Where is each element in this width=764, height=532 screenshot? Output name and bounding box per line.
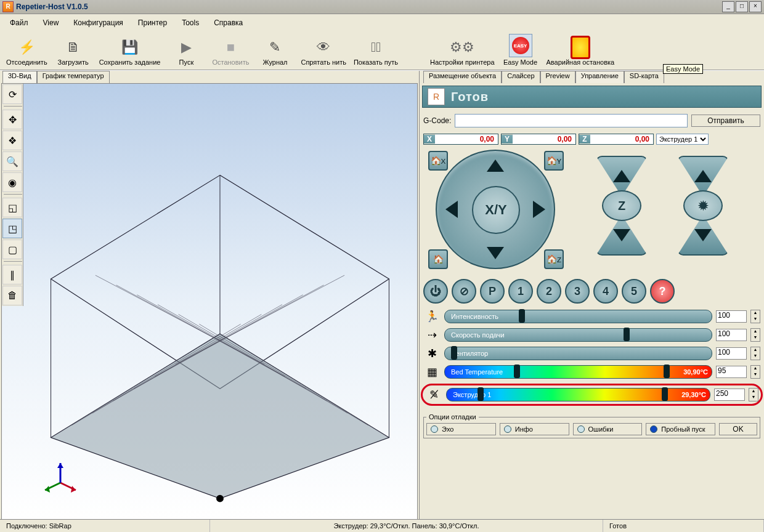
extruder-temp-value[interactable]: 250 xyxy=(714,389,745,401)
home-y-button[interactable]: 🏠Y xyxy=(544,151,564,171)
status-ready: Готов xyxy=(603,520,764,532)
hide-filament-button[interactable]: 👁Спрятать нить xyxy=(297,36,349,67)
jog-x-minus[interactable] xyxy=(445,201,458,218)
svg-point-19 xyxy=(216,495,224,502)
menu-tools[interactable]: Tools xyxy=(176,17,205,28)
macro-5-button[interactable]: 5 xyxy=(622,279,646,304)
send-button[interactable]: Отправить xyxy=(691,115,760,127)
show-path-button[interactable]: 👁̸Показать путь xyxy=(350,36,402,67)
jog-y-minus[interactable] xyxy=(487,247,504,259)
coord-x: X0,00 xyxy=(423,134,498,145)
menu-view[interactable]: View xyxy=(37,17,65,28)
view-delete-button[interactable]: 🗑 xyxy=(2,286,22,305)
save-job-button[interactable]: 💾Сохранить задание xyxy=(96,36,165,67)
minimize-button[interactable]: _ xyxy=(722,1,734,12)
status-connection: Подключено: SibRap xyxy=(0,520,210,532)
macro-4-button[interactable]: 4 xyxy=(593,279,618,304)
view-refresh-button[interactable]: ⟳ xyxy=(2,84,22,104)
menu-help[interactable]: Справка xyxy=(208,17,249,28)
bed-temp-slider[interactable]: Bed Temperature30,90°C xyxy=(444,365,712,379)
save-icon: 💾 xyxy=(120,38,140,57)
status-text: Готов xyxy=(451,90,489,104)
debug-info[interactable]: Инфо xyxy=(500,423,569,435)
speed-value[interactable]: 100 xyxy=(716,310,747,323)
stop-button[interactable]: ■Остановить xyxy=(208,36,253,67)
view-parallel-button[interactable]: ∥ xyxy=(2,265,22,284)
xy-jog-dial: X/Y xyxy=(436,150,555,269)
svg-marker-1 xyxy=(51,334,389,498)
gcode-input[interactable] xyxy=(455,114,688,127)
easy-mode-tooltip: Easy Mode xyxy=(663,64,703,74)
emergency-stop-button[interactable]: Аварийная остановка xyxy=(543,36,619,67)
tab-3d-view[interactable]: 3D-Вид xyxy=(2,71,37,83)
view-top-button[interactable]: ◱ xyxy=(2,198,22,217)
feedrate-spinner[interactable]: ▲▼ xyxy=(750,328,760,342)
statusbar: Подключено: SibRap Экструдер: 29,3°C/Отк… xyxy=(0,519,764,532)
tab-temp-graph[interactable]: График температур xyxy=(37,71,110,83)
3d-viewport[interactable]: ⟳ ✥ ❖ 🔍 ◉ ◱ ◳ ▢ ∥ 🗑 xyxy=(1,83,418,520)
jog-x-plus[interactable] xyxy=(533,201,545,218)
view-move-button[interactable]: ✥ xyxy=(2,110,22,129)
status-temps: Экструдер: 29,3°C/Откл. Панель: 30,9°C/О… xyxy=(210,520,603,532)
speed-slider[interactable]: Интенсивность xyxy=(444,310,712,323)
disconnect-button[interactable]: ⚡Отсоединить xyxy=(2,36,51,67)
bed-temp-value[interactable]: 95 xyxy=(716,366,747,378)
view-rotate-button[interactable]: ◉ xyxy=(2,172,22,192)
pencil-icon: ✎ xyxy=(265,38,285,57)
fan-value[interactable]: 100 xyxy=(716,347,747,360)
view-zoom-button[interactable]: 🔍 xyxy=(2,151,22,171)
gcode-label: G-Code: xyxy=(423,116,451,125)
extruder-icon: ✎̸ xyxy=(425,388,442,401)
macro-3-button[interactable]: 3 xyxy=(565,279,590,304)
bed-temp-spinner[interactable]: ▲▼ xyxy=(750,365,760,379)
extruder-select[interactable]: Экструдер 1 xyxy=(656,134,709,145)
macro-2-button[interactable]: 2 xyxy=(537,279,561,304)
tab-sdcard[interactable]: SD-карта xyxy=(624,71,664,83)
feedrate-icon: ⇢ xyxy=(423,328,441,342)
home-all-button[interactable]: 🏠 xyxy=(428,249,448,269)
load-button[interactable]: 🗎Загрузить xyxy=(51,36,96,67)
easy-mode-button[interactable]: EASYEasy Mode xyxy=(498,33,543,67)
jog-y-plus[interactable] xyxy=(487,159,504,172)
extruder-temp-spinner[interactable]: ▲▼ xyxy=(749,388,758,401)
close-button[interactable]: × xyxy=(749,1,762,12)
log-button[interactable]: ✎Журнал xyxy=(253,36,297,67)
home-x-button[interactable]: 🏠X xyxy=(428,151,448,171)
menu-printer[interactable]: Принтер xyxy=(132,17,173,28)
debug-errors[interactable]: Ошибки xyxy=(573,423,643,435)
motors-off-button[interactable]: ⊘ xyxy=(452,279,476,304)
tab-preview[interactable]: Preview xyxy=(540,71,575,83)
svg-marker-25 xyxy=(57,463,63,468)
view-front-button[interactable]: ▢ xyxy=(2,240,22,259)
macro-1-button[interactable]: 1 xyxy=(508,279,533,304)
fan-slider[interactable]: Вентилятор xyxy=(444,347,712,360)
view-iso-button[interactable]: ◳ xyxy=(2,219,22,238)
speed-spinner[interactable]: ▲▼ xyxy=(750,310,760,323)
gears-icon: ⚙⚙ xyxy=(452,38,472,57)
debug-dryrun[interactable]: Пробный пуск xyxy=(646,423,715,435)
stop-icon: ■ xyxy=(221,38,240,57)
tab-object-placement[interactable]: Размещение объекта xyxy=(423,71,502,83)
feedrate-slider[interactable]: Скорость подачи xyxy=(444,328,712,342)
fan-spinner[interactable]: ▲▼ xyxy=(750,347,760,360)
status-icon: R xyxy=(428,88,445,105)
view-move-camera-button[interactable]: ❖ xyxy=(2,131,22,150)
menu-config[interactable]: Конфигурация xyxy=(67,17,129,28)
printer-settings-button[interactable]: ⚙⚙Настройки принтера xyxy=(426,36,498,67)
extruder-temp-slider[interactable]: Экструдер 129,30°C xyxy=(446,388,710,401)
help-button[interactable]: ? xyxy=(650,279,675,304)
menu-file[interactable]: Файл xyxy=(4,17,35,28)
debug-ok-button[interactable]: OK xyxy=(719,423,757,435)
home-z-button[interactable]: 🏠Z xyxy=(544,249,564,269)
feedrate-value[interactable]: 100 xyxy=(716,329,747,341)
z-jog: Z xyxy=(596,156,648,256)
tab-slicer[interactable]: Слайсер xyxy=(502,71,540,83)
run-button[interactable]: ▶Пуск xyxy=(164,36,208,67)
window-title: Repetier-Host V1.0.5 xyxy=(16,2,88,11)
power-button[interactable]: ⏻ xyxy=(423,279,448,304)
tab-control[interactable]: Управление xyxy=(575,71,624,83)
maximize-button[interactable]: □ xyxy=(736,1,748,12)
fan-icon: ✱ xyxy=(423,347,441,360)
debug-echo[interactable]: Эхо xyxy=(426,423,496,435)
park-button[interactable]: P xyxy=(480,279,505,304)
